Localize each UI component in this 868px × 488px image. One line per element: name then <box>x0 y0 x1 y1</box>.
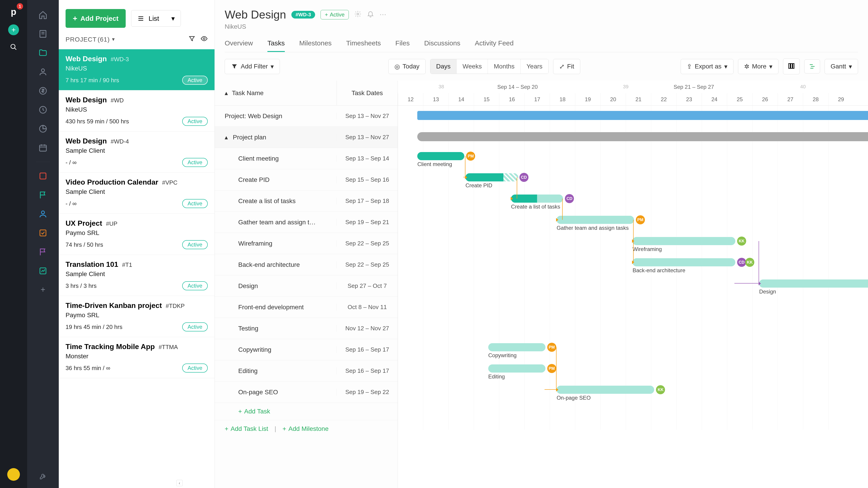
gantt-row[interactable]: TestingNov 12 – Nov 27 <box>215 318 398 339</box>
gantt-row[interactable]: Front-end developmentOct 8 – Nov 11 <box>215 297 398 318</box>
gantt-row[interactable]: Create a list of tasksSep 17 – Sep 18 <box>215 191 398 212</box>
clients-icon[interactable] <box>38 29 48 39</box>
shortcut-user-icon[interactable] <box>38 209 48 219</box>
tab-timesheets[interactable]: Timesheets <box>346 39 381 52</box>
tab-discussions[interactable]: Discussions <box>424 39 460 52</box>
more-icon[interactable]: ⋯ <box>379 10 386 19</box>
scale-months[interactable]: Months <box>488 59 521 74</box>
gantt-toggle-button[interactable] <box>804 59 820 73</box>
user-avatar[interactable] <box>7 468 20 481</box>
project-card[interactable]: Web Design #WD NikeUS 430 hrs 59 min / 5… <box>59 90 215 131</box>
global-add-button[interactable]: + <box>8 24 19 35</box>
projects-icon[interactable] <box>38 48 48 58</box>
eye-icon[interactable] <box>200 35 208 44</box>
assignee-avatar[interactable]: PM <box>547 343 556 352</box>
gantt-row[interactable]: WireframingSep 22 – Sep 25 <box>215 233 398 254</box>
gantt-bar[interactable] <box>557 216 634 224</box>
view-type-select[interactable]: Gantt ▾ <box>825 59 858 74</box>
project-card[interactable]: Time-Driven Kanban project #TDKP Paymo S… <box>59 296 215 337</box>
assignee-avatar[interactable]: PM <box>466 152 475 161</box>
home-icon[interactable] <box>38 10 48 20</box>
assignee-avatar[interactable]: CD <box>737 258 746 267</box>
assignee-avatar[interactable]: PM <box>547 364 556 373</box>
gantt-bar[interactable] <box>632 258 735 266</box>
add-shortcut-button[interactable]: + <box>40 285 45 294</box>
project-card[interactable]: Web Design #WD-4 Sample Client - / ∞Acti… <box>59 131 215 173</box>
collapse-icon[interactable]: ▴ <box>225 89 228 97</box>
assignee-avatar[interactable]: KK <box>737 236 746 246</box>
more-button[interactable]: ✲ More ▾ <box>738 59 778 74</box>
shortcut-flag2-icon[interactable] <box>38 247 48 257</box>
gantt-bar[interactable] <box>759 280 868 288</box>
calendar-icon[interactable] <box>38 143 48 153</box>
gantt-bar[interactable] <box>417 132 868 141</box>
gantt-row[interactable]: ▴Project planSep 13 – Nov 27 <box>215 127 398 148</box>
tab-activity-feed[interactable]: Activity Feed <box>475 39 514 52</box>
filter-icon[interactable] <box>188 35 195 44</box>
add-milestone-button[interactable]: +Add Milestone <box>283 425 329 432</box>
search-icon[interactable] <box>10 43 17 53</box>
gantt-bar[interactable] <box>417 152 464 160</box>
scale-days[interactable]: Days <box>430 59 457 74</box>
project-card[interactable]: Video Production Calendar #VPC Sample Cl… <box>59 173 215 214</box>
gantt-bar[interactable] <box>488 343 546 351</box>
tab-files[interactable]: Files <box>395 39 410 52</box>
time-icon[interactable] <box>38 105 48 115</box>
reports-icon[interactable] <box>38 124 48 134</box>
shortcut-red-icon[interactable] <box>38 171 48 181</box>
assignee-avatar[interactable]: CD <box>565 194 574 203</box>
tab-overview[interactable]: Overview <box>225 39 253 52</box>
shortcut-chart-icon[interactable] <box>38 266 48 276</box>
assignee-avatar[interactable]: KK <box>745 258 754 267</box>
add-task-list-button[interactable]: +Add Task List <box>225 425 268 432</box>
gantt-row[interactable]: Project: Web DesignSep 13 – Nov 27 <box>215 105 398 127</box>
gantt-row[interactable]: Create PIDSep 15 – Sep 16 <box>215 169 398 191</box>
gantt-row[interactable]: DesignSep 27 – Oct 7 <box>215 275 398 297</box>
shortcut-check-icon[interactable] <box>38 228 48 238</box>
gantt-row[interactable]: Client meetingSep 13 – Sep 14 <box>215 148 398 169</box>
project-status-pill[interactable]: +Active <box>320 10 349 20</box>
gantt-row[interactable]: CopywritingSep 16 – Sep 17 <box>215 339 398 360</box>
notification-badge[interactable]: 1 <box>17 3 23 9</box>
gantt-row[interactable]: EditingSep 16 – Sep 17 <box>215 360 398 382</box>
add-filter-button[interactable]: Add Filter ▾ <box>225 59 280 74</box>
gantt-bar[interactable] <box>417 111 868 120</box>
project-card[interactable]: UX Project #UP Paymo SRL 74 hrs / 50 hrs… <box>59 214 215 255</box>
app-logo[interactable]: p 1 <box>7 5 20 18</box>
money-icon[interactable] <box>38 86 48 96</box>
assignee-avatar[interactable]: PM <box>636 215 645 224</box>
scale-years[interactable]: Years <box>521 59 548 74</box>
gantt-bar[interactable] <box>511 195 563 203</box>
add-task-button[interactable]: +Add Task <box>215 403 398 420</box>
gantt-bar[interactable] <box>632 237 735 245</box>
assignee-avatar[interactable]: CD <box>520 173 528 182</box>
settings-icon[interactable] <box>39 473 46 481</box>
bell-icon[interactable] <box>367 10 374 19</box>
collapse-icon[interactable]: ▴ <box>225 133 228 141</box>
scale-weeks[interactable]: Weeks <box>457 59 488 74</box>
today-button[interactable]: ◎ Today <box>388 59 426 74</box>
tab-milestones[interactable]: Milestones <box>299 39 332 52</box>
assignee-avatar[interactable]: KK <box>656 385 665 394</box>
project-card[interactable]: Web Design #WD-3 NikeUS 7 hrs 17 min / 9… <box>59 49 215 90</box>
gantt-row[interactable]: Back-end architectureSep 22 – Sep 25 <box>215 254 398 275</box>
shortcut-flag-icon[interactable] <box>38 190 48 200</box>
gantt-bar[interactable] <box>488 364 546 372</box>
gantt-timeline[interactable]: 383940Sep 14 – Sep 20Sep 21 – Sep 27 121… <box>398 80 868 488</box>
panel-collapse-handle[interactable]: ‹ <box>176 480 183 486</box>
gear-icon[interactable] <box>354 10 362 19</box>
project-card[interactable]: Time Tracking Mobile App #TTMA Monster 3… <box>59 337 215 378</box>
add-project-button[interactable]: + Add Project <box>66 9 126 28</box>
fit-button[interactable]: ⤢ Fit <box>553 59 580 74</box>
gantt-bar[interactable] <box>557 386 654 394</box>
tab-tasks[interactable]: Tasks <box>268 39 285 52</box>
users-icon[interactable] <box>38 67 48 77</box>
project-card[interactable]: Translation 101 #T1 Sample Client 3 hrs … <box>59 255 215 296</box>
gantt-row[interactable]: On-page SEOSep 19 – Sep 22 <box>215 382 398 403</box>
view-mode-select[interactable]: List ▾ <box>131 10 181 27</box>
caret-down-icon[interactable]: ▼ <box>111 37 116 42</box>
export-button[interactable]: ⇪ Export as ▾ <box>681 59 733 74</box>
gantt-row[interactable]: Gather team and assign t…Sep 19 – Sep 21 <box>215 212 398 233</box>
task-dates: Sep 13 – Nov 27 <box>337 134 398 141</box>
columns-button[interactable] <box>783 59 800 74</box>
